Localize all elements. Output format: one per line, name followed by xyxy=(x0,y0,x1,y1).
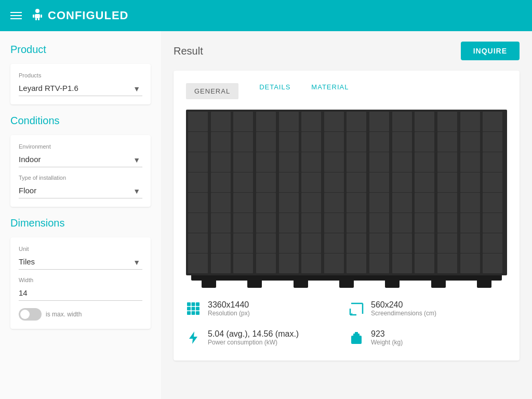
unit-label: Unit xyxy=(19,246,142,252)
environment-label: Environment xyxy=(19,143,142,150)
max-width-toggle[interactable] xyxy=(19,308,42,321)
width-label: Width xyxy=(19,277,142,283)
led-cell xyxy=(369,172,389,192)
led-cell xyxy=(233,152,253,172)
led-cell xyxy=(256,172,276,192)
stat-screen-dimensions: 560x240 Screendimensions (cm) xyxy=(349,300,507,319)
led-cell xyxy=(369,112,389,131)
bolt-icon xyxy=(186,330,201,348)
width-input[interactable] xyxy=(19,286,142,301)
led-cell xyxy=(483,193,502,212)
led-cell xyxy=(279,233,299,253)
led-feet xyxy=(186,281,507,288)
support-foot-6 xyxy=(431,281,446,288)
led-cell xyxy=(256,112,276,131)
result-title: Result xyxy=(174,45,203,57)
led-cell xyxy=(483,213,502,233)
led-cell xyxy=(483,132,502,152)
led-cell xyxy=(188,172,208,192)
tab-material[interactable]: MATERIAL xyxy=(311,83,349,99)
product-card: Products Leyard RTV-P1.6 Leyard RTV-P2.5… xyxy=(10,64,151,104)
dimensions-card: Unit Tiles Meters Feet ▼ Width xyxy=(10,237,151,329)
led-cell xyxy=(392,152,412,172)
result-card: GENERAL DETAILS MATERIAL xyxy=(174,71,520,361)
led-cell xyxy=(392,172,412,192)
led-cell xyxy=(301,254,321,273)
led-cell xyxy=(233,254,253,273)
support-foot-3 xyxy=(294,281,308,288)
installation-select-wrapper: Floor Wall Ceiling ▼ xyxy=(19,184,142,198)
unit-select[interactable]: Tiles Meters Feet xyxy=(19,255,142,270)
box-icon xyxy=(349,330,364,348)
svg-rect-9 xyxy=(187,307,191,311)
led-cell xyxy=(256,213,276,233)
stat-weight-label: Weight (kg) xyxy=(371,339,403,346)
left-panel: Product Products Leyard RTV-P1.6 Leyard … xyxy=(0,31,161,399)
products-select-wrapper: Leyard RTV-P1.6 Leyard RTV-P2.5 Leyard R… xyxy=(19,82,142,96)
led-cell xyxy=(347,233,366,253)
tab-general[interactable]: GENERAL xyxy=(186,83,238,99)
logo-icon xyxy=(30,7,45,24)
svg-rect-3 xyxy=(41,15,42,18)
led-cell xyxy=(324,254,344,273)
svg-point-0 xyxy=(35,9,39,13)
led-cell xyxy=(437,233,457,253)
led-cell xyxy=(369,254,389,273)
led-cell xyxy=(415,233,434,253)
svg-rect-14 xyxy=(196,311,200,315)
support-foot-5 xyxy=(385,281,400,288)
svg-rect-5 xyxy=(38,18,39,20)
led-cell xyxy=(256,152,276,172)
svg-rect-6 xyxy=(187,302,191,306)
led-cell xyxy=(324,112,344,131)
led-cell xyxy=(301,152,321,172)
led-cell xyxy=(211,213,231,233)
led-cell xyxy=(279,172,299,192)
products-select[interactable]: Leyard RTV-P1.6 Leyard RTV-P2.5 Leyard R… xyxy=(19,82,142,96)
stat-resolution: 3360x1440 Resolution (px) xyxy=(186,300,344,319)
svg-rect-20 xyxy=(351,336,362,344)
stat-power: 5.04 (avg.), 14.56 (max.) Power consumpt… xyxy=(186,329,344,348)
stat-weight-text: 923 Weight (kg) xyxy=(371,329,403,346)
unit-field: Unit Tiles Meters Feet ▼ xyxy=(19,246,142,270)
led-cell xyxy=(188,233,208,253)
led-cell xyxy=(437,172,457,192)
led-cell xyxy=(347,132,366,152)
led-cell xyxy=(324,193,344,212)
led-cell xyxy=(211,112,231,131)
tab-details[interactable]: DETAILS xyxy=(259,83,290,99)
led-cell xyxy=(188,132,208,152)
led-support-base xyxy=(186,275,507,281)
led-cell xyxy=(460,193,480,212)
svg-rect-8 xyxy=(196,302,200,306)
led-cell xyxy=(415,152,434,172)
led-cell xyxy=(188,193,208,212)
led-cell xyxy=(415,172,434,192)
installation-select[interactable]: Floor Wall Ceiling xyxy=(19,184,142,198)
led-cell xyxy=(256,132,276,152)
inquire-button[interactable]: INQUIRE xyxy=(461,42,520,60)
led-cell xyxy=(415,132,434,152)
conditions-card: Environment Indoor Outdoor ▼ Type of ins… xyxy=(10,135,151,207)
environment-select-wrapper: Indoor Outdoor ▼ xyxy=(19,153,142,167)
led-cell xyxy=(437,152,457,172)
svg-rect-2 xyxy=(33,15,34,18)
led-cell xyxy=(233,132,253,152)
support-foot-7 xyxy=(477,281,491,288)
toggle-slider xyxy=(19,308,42,321)
support-foot-1 xyxy=(202,281,216,288)
led-cell xyxy=(188,112,208,131)
svg-rect-1 xyxy=(35,14,40,18)
hamburger-menu[interactable] xyxy=(10,12,22,19)
svg-rect-12 xyxy=(187,311,191,315)
led-cell xyxy=(347,193,366,212)
environment-select[interactable]: Indoor Outdoor xyxy=(19,153,142,167)
led-cell xyxy=(233,233,253,253)
led-cell xyxy=(392,193,412,212)
led-cell xyxy=(415,112,434,131)
led-cell xyxy=(460,213,480,233)
led-cell xyxy=(233,172,253,192)
dimensions-section-title: Dimensions xyxy=(10,217,151,229)
installation-field: Type of installation Floor Wall Ceiling … xyxy=(19,175,142,198)
right-header: Result INQUIRE xyxy=(174,42,520,60)
